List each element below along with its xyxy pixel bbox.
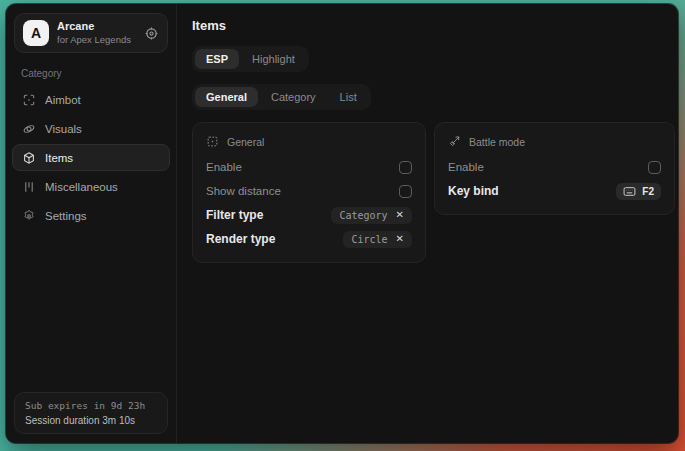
setting-label: Key bind — [448, 184, 499, 198]
tab-esp[interactable]: ESP — [195, 49, 239, 69]
app-subtitle: for Apex Legends — [57, 34, 131, 45]
setting-row-render-type: Render type Circle ✕ — [206, 227, 412, 251]
session-duration-text: Session duration 3m 10s — [25, 415, 157, 426]
app-name: Arcane — [57, 20, 131, 33]
sidebar-item-label: Visuals — [45, 123, 82, 135]
sidebar-item-label: Miscellaneous — [45, 181, 118, 193]
battle-enable-checkbox[interactable] — [648, 161, 661, 174]
battle-card-header: Battle mode — [448, 135, 661, 148]
viewfinder-icon — [206, 135, 219, 148]
cube-icon — [22, 151, 36, 165]
setting-row-key-bind: Key bind F2 — [448, 179, 661, 203]
setting-label: Render type — [206, 232, 275, 246]
columns-icon — [22, 180, 36, 194]
sidebar-item-settings[interactable]: Settings — [12, 202, 170, 229]
sidebar-item-items[interactable]: Items — [12, 144, 170, 171]
desktop-background: A Arcane for Apex Legends Category — [0, 0, 685, 451]
battle-mode-card: Battle mode Enable Key bind — [434, 122, 675, 215]
setting-row-battle-enable: Enable — [448, 155, 661, 179]
filter-type-value: Category — [339, 210, 387, 221]
gear-icon — [22, 209, 36, 223]
sidebar-item-label: Aimbot — [45, 94, 81, 106]
setting-label: Enable — [206, 161, 242, 173]
sidebar-item-visuals[interactable]: Visuals — [12, 115, 170, 142]
target-icon[interactable] — [144, 26, 159, 41]
tab-highlight[interactable]: Highlight — [241, 49, 306, 69]
setting-label: Enable — [448, 161, 484, 173]
clear-icon[interactable]: ✕ — [396, 210, 404, 220]
app-title-block: Arcane for Apex Legends — [57, 20, 131, 46]
keybind-value: F2 — [642, 186, 654, 197]
app-header-card: A Arcane for Apex Legends — [14, 13, 168, 53]
app-logo: A — [23, 20, 49, 46]
view-tabs: General Category List — [192, 84, 371, 110]
setting-row-enable: Enable — [206, 155, 412, 179]
sidebar: A Arcane for Apex Legends Category — [6, 4, 177, 443]
keybind-button[interactable]: F2 — [616, 183, 661, 200]
general-card: General Enable Show distance Filter type… — [192, 122, 426, 263]
settings-cards: General Enable Show distance Filter type… — [192, 122, 675, 263]
main-content: Items ESP Highlight General Category Lis… — [177, 4, 678, 443]
battle-card-title: Battle mode — [469, 136, 525, 148]
sidebar-item-label: Settings — [45, 210, 87, 222]
clear-icon[interactable]: ✕ — [396, 234, 404, 244]
keyboard-icon — [623, 186, 636, 197]
subscription-info-card: Sub expires in 9d 23h Session duration 3… — [14, 392, 168, 434]
sword-icon — [448, 135, 461, 148]
sidebar-nav: Aimbot Visuals — [6, 86, 176, 229]
show-distance-checkbox[interactable] — [399, 185, 412, 198]
setting-row-filter-type: Filter type Category ✕ — [206, 203, 412, 227]
page-title: Items — [192, 18, 675, 33]
enable-checkbox[interactable] — [399, 161, 412, 174]
sidebar-item-miscellaneous[interactable]: Miscellaneous — [12, 173, 170, 200]
tab-list[interactable]: List — [329, 87, 368, 107]
setting-row-show-distance: Show distance — [206, 179, 412, 203]
filter-type-select[interactable]: Category ✕ — [331, 207, 412, 224]
render-type-value: Circle — [351, 234, 387, 245]
sidebar-item-label: Items — [45, 152, 73, 164]
setting-label: Filter type — [206, 208, 263, 222]
sub-expires-text: Sub expires in 9d 23h — [25, 400, 157, 411]
mode-tabs: ESP Highlight — [192, 46, 309, 72]
sidebar-item-aimbot[interactable]: Aimbot — [12, 86, 170, 113]
orbit-icon — [22, 122, 36, 136]
general-card-header: General — [206, 135, 412, 148]
sidebar-section-label: Category — [21, 68, 176, 79]
general-card-title: General — [227, 136, 264, 148]
render-type-select[interactable]: Circle ✕ — [343, 231, 412, 248]
tab-general[interactable]: General — [195, 87, 258, 107]
arcane-window: A Arcane for Apex Legends Category — [6, 4, 678, 443]
tab-category[interactable]: Category — [260, 87, 327, 107]
setting-label: Show distance — [206, 185, 281, 197]
crosshair-icon — [22, 93, 36, 107]
